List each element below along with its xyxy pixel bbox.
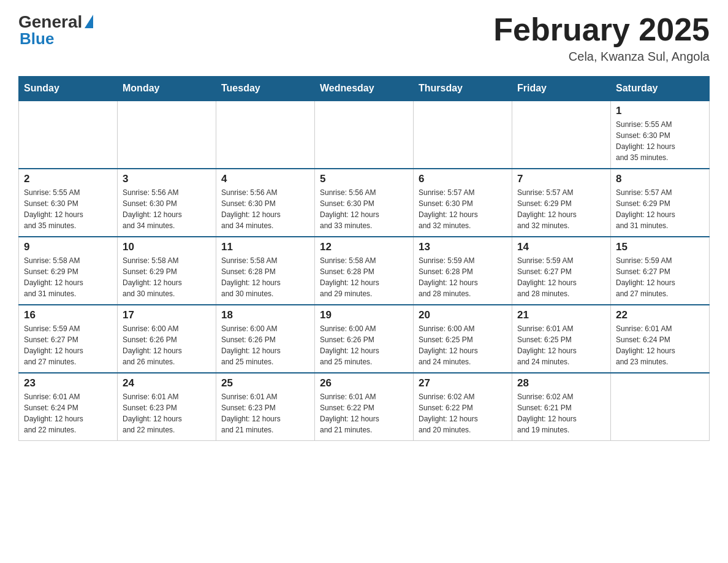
calendar-day-cell: 21Sunrise: 6:01 AMSunset: 6:25 PMDayligh… <box>512 305 611 373</box>
day-info: Sunrise: 5:55 AMSunset: 6:30 PMDaylight:… <box>616 119 704 163</box>
calendar-day-cell <box>512 101 611 169</box>
calendar-day-cell: 2Sunrise: 5:55 AMSunset: 6:30 PMDaylight… <box>19 169 118 237</box>
day-info: Sunrise: 5:57 AMSunset: 6:29 PMDaylight:… <box>517 187 605 231</box>
calendar-day-cell: 20Sunrise: 6:00 AMSunset: 6:25 PMDayligh… <box>414 305 512 373</box>
day-info: Sunrise: 5:56 AMSunset: 6:30 PMDaylight:… <box>221 187 309 231</box>
day-number: 2 <box>24 173 112 185</box>
calendar-day-cell: 6Sunrise: 5:57 AMSunset: 6:30 PMDaylight… <box>414 169 512 237</box>
day-info: Sunrise: 6:02 AMSunset: 6:22 PMDaylight:… <box>419 391 507 435</box>
day-number: 7 <box>517 173 605 185</box>
logo-triangle-icon <box>85 15 93 28</box>
day-number: 23 <box>24 377 112 389</box>
calendar-day-cell: 22Sunrise: 6:01 AMSunset: 6:24 PMDayligh… <box>611 305 710 373</box>
calendar-day-cell: 24Sunrise: 6:01 AMSunset: 6:23 PMDayligh… <box>118 373 216 441</box>
calendar-day-cell <box>216 101 315 169</box>
day-number: 16 <box>24 309 112 321</box>
calendar-week-row: 16Sunrise: 5:59 AMSunset: 6:27 PMDayligh… <box>19 305 710 373</box>
day-info: Sunrise: 5:57 AMSunset: 6:30 PMDaylight:… <box>419 187 507 231</box>
day-info: Sunrise: 6:00 AMSunset: 6:25 PMDaylight:… <box>419 323 507 367</box>
day-info: Sunrise: 5:56 AMSunset: 6:30 PMDaylight:… <box>320 187 408 231</box>
calendar-day-cell: 19Sunrise: 6:00 AMSunset: 6:26 PMDayligh… <box>315 305 414 373</box>
day-info: Sunrise: 6:00 AMSunset: 6:26 PMDaylight:… <box>320 323 408 367</box>
day-info: Sunrise: 5:55 AMSunset: 6:30 PMDaylight:… <box>24 187 112 231</box>
day-number: 1 <box>616 105 704 117</box>
day-info: Sunrise: 5:56 AMSunset: 6:30 PMDaylight:… <box>123 187 211 231</box>
calendar-subtitle: Cela, Kwanza Sul, Angola <box>493 50 710 64</box>
calendar-day-cell: 16Sunrise: 5:59 AMSunset: 6:27 PMDayligh… <box>19 305 118 373</box>
calendar-day-cell: 23Sunrise: 6:01 AMSunset: 6:24 PMDayligh… <box>19 373 118 441</box>
calendar-week-row: 2Sunrise: 5:55 AMSunset: 6:30 PMDaylight… <box>19 169 710 237</box>
calendar-day-cell <box>611 373 710 441</box>
day-info: Sunrise: 5:59 AMSunset: 6:27 PMDaylight:… <box>24 323 112 367</box>
calendar-day-cell: 11Sunrise: 5:58 AMSunset: 6:28 PMDayligh… <box>216 237 315 305</box>
calendar-day-cell <box>315 101 414 169</box>
calendar-day-cell <box>414 101 512 169</box>
calendar-day-cell: 13Sunrise: 5:59 AMSunset: 6:28 PMDayligh… <box>414 237 512 305</box>
calendar-week-row: 23Sunrise: 6:01 AMSunset: 6:24 PMDayligh… <box>19 373 710 441</box>
calendar-week-row: 9Sunrise: 5:58 AMSunset: 6:29 PMDaylight… <box>19 237 710 305</box>
calendar-day-cell: 1Sunrise: 5:55 AMSunset: 6:30 PMDaylight… <box>611 101 710 169</box>
day-number: 17 <box>123 309 211 321</box>
logo: General Blue <box>18 12 93 48</box>
column-header-sunday: Sunday <box>19 77 118 101</box>
calendar-day-cell: 15Sunrise: 5:59 AMSunset: 6:27 PMDayligh… <box>611 237 710 305</box>
calendar-day-cell: 3Sunrise: 5:56 AMSunset: 6:30 PMDaylight… <box>118 169 216 237</box>
day-info: Sunrise: 5:59 AMSunset: 6:28 PMDaylight:… <box>419 255 507 299</box>
column-header-thursday: Thursday <box>414 77 512 101</box>
day-number: 26 <box>320 377 408 389</box>
day-number: 3 <box>123 173 211 185</box>
day-number: 28 <box>517 377 605 389</box>
day-number: 13 <box>419 241 507 253</box>
day-info: Sunrise: 5:58 AMSunset: 6:29 PMDaylight:… <box>123 255 211 299</box>
day-info: Sunrise: 5:57 AMSunset: 6:29 PMDaylight:… <box>616 187 704 231</box>
day-number: 21 <box>517 309 605 321</box>
logo-text-blue: Blue <box>20 29 54 48</box>
day-info: Sunrise: 5:58 AMSunset: 6:28 PMDaylight:… <box>320 255 408 299</box>
day-number: 22 <box>616 309 704 321</box>
calendar-table: SundayMondayTuesdayWednesdayThursdayFrid… <box>18 76 710 441</box>
calendar-day-cell: 25Sunrise: 6:01 AMSunset: 6:23 PMDayligh… <box>216 373 315 441</box>
calendar-day-cell: 28Sunrise: 6:02 AMSunset: 6:21 PMDayligh… <box>512 373 611 441</box>
column-header-saturday: Saturday <box>611 77 710 101</box>
day-number: 14 <box>517 241 605 253</box>
calendar-day-cell: 14Sunrise: 5:59 AMSunset: 6:27 PMDayligh… <box>512 237 611 305</box>
page-header: General Blue February 2025 Cela, Kwanza … <box>18 12 710 64</box>
day-number: 12 <box>320 241 408 253</box>
calendar-day-cell: 8Sunrise: 5:57 AMSunset: 6:29 PMDaylight… <box>611 169 710 237</box>
calendar-day-cell: 12Sunrise: 5:58 AMSunset: 6:28 PMDayligh… <box>315 237 414 305</box>
column-header-tuesday: Tuesday <box>216 77 315 101</box>
day-number: 24 <box>123 377 211 389</box>
calendar-week-row: 1Sunrise: 5:55 AMSunset: 6:30 PMDaylight… <box>19 101 710 169</box>
calendar-day-cell: 18Sunrise: 6:00 AMSunset: 6:26 PMDayligh… <box>216 305 315 373</box>
calendar-day-cell: 4Sunrise: 5:56 AMSunset: 6:30 PMDaylight… <box>216 169 315 237</box>
column-header-monday: Monday <box>118 77 216 101</box>
day-info: Sunrise: 6:01 AMSunset: 6:22 PMDaylight:… <box>320 391 408 435</box>
day-number: 19 <box>320 309 408 321</box>
day-info: Sunrise: 6:00 AMSunset: 6:26 PMDaylight:… <box>221 323 309 367</box>
day-info: Sunrise: 5:59 AMSunset: 6:27 PMDaylight:… <box>616 255 704 299</box>
calendar-day-cell: 26Sunrise: 6:01 AMSunset: 6:22 PMDayligh… <box>315 373 414 441</box>
calendar-day-cell: 9Sunrise: 5:58 AMSunset: 6:29 PMDaylight… <box>19 237 118 305</box>
day-number: 6 <box>419 173 507 185</box>
day-info: Sunrise: 5:59 AMSunset: 6:27 PMDaylight:… <box>517 255 605 299</box>
calendar-day-cell: 17Sunrise: 6:00 AMSunset: 6:26 PMDayligh… <box>118 305 216 373</box>
day-info: Sunrise: 6:01 AMSunset: 6:24 PMDaylight:… <box>24 391 112 435</box>
day-info: Sunrise: 6:01 AMSunset: 6:23 PMDaylight:… <box>123 391 211 435</box>
day-info: Sunrise: 6:01 AMSunset: 6:23 PMDaylight:… <box>221 391 309 435</box>
day-number: 27 <box>419 377 507 389</box>
day-number: 15 <box>616 241 704 253</box>
calendar-title: February 2025 <box>493 12 710 47</box>
column-header-friday: Friday <box>512 77 611 101</box>
column-header-wednesday: Wednesday <box>315 77 414 101</box>
day-info: Sunrise: 5:58 AMSunset: 6:28 PMDaylight:… <box>221 255 309 299</box>
day-info: Sunrise: 6:02 AMSunset: 6:21 PMDaylight:… <box>517 391 605 435</box>
calendar-day-cell <box>19 101 118 169</box>
calendar-day-cell: 10Sunrise: 5:58 AMSunset: 6:29 PMDayligh… <box>118 237 216 305</box>
calendar-header-row: SundayMondayTuesdayWednesdayThursdayFrid… <box>19 77 710 101</box>
day-info: Sunrise: 6:01 AMSunset: 6:25 PMDaylight:… <box>517 323 605 367</box>
day-number: 8 <box>616 173 704 185</box>
day-number: 11 <box>221 241 309 253</box>
day-info: Sunrise: 6:01 AMSunset: 6:24 PMDaylight:… <box>616 323 704 367</box>
calendar-day-cell: 27Sunrise: 6:02 AMSunset: 6:22 PMDayligh… <box>414 373 512 441</box>
day-info: Sunrise: 6:00 AMSunset: 6:26 PMDaylight:… <box>123 323 211 367</box>
